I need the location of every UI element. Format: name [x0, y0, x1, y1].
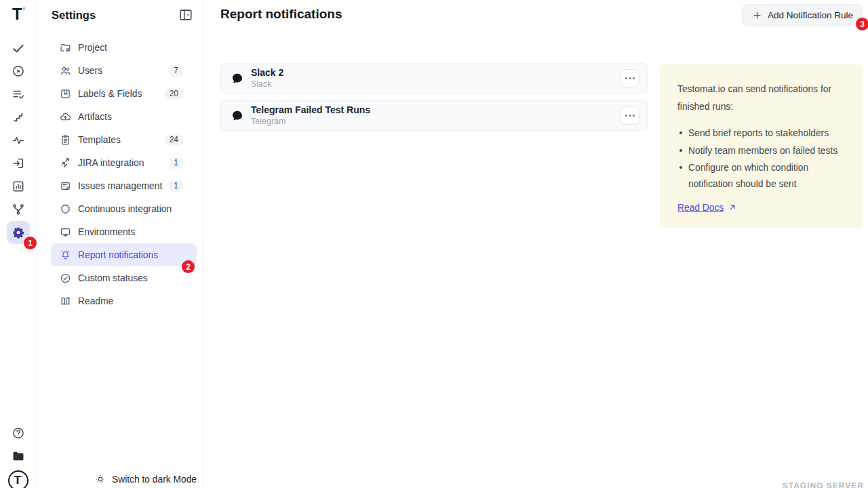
folder-icon[interactable]	[7, 445, 30, 468]
sidebar-item-jira-integration[interactable]: JIRA integration 1	[51, 151, 197, 174]
dark-mode-label: Switch to dark Mode	[112, 474, 197, 485]
monitor-icon	[60, 226, 71, 238]
page-title: Report notifications	[220, 7, 342, 22]
bell-icon	[60, 249, 71, 261]
sidebar-item-label: Issues management	[78, 181, 162, 191]
app-window: T'	[0, 0, 868, 488]
account-logo-button[interactable]: T'	[8, 470, 28, 488]
app-logo: T'	[0, 4, 37, 24]
sun-icon	[95, 474, 106, 485]
sidebar-item-label: JIRA integration	[78, 158, 144, 168]
steps-icon[interactable]	[7, 106, 30, 129]
check-circle-icon	[60, 272, 71, 284]
sidebar-item-label: Report notifications	[78, 250, 158, 260]
sidebar-item-label: Project	[78, 43, 107, 53]
rule-row-telegram[interactable]: Telegram Failed Test Runs Telegram	[220, 100, 648, 131]
info-bullet: Configure on which condition notificatio…	[688, 160, 846, 192]
users-icon	[60, 65, 71, 77]
sidebar-item-labels-fields[interactable]: Labels & Fields 20	[51, 82, 197, 105]
sidebar-item-readme[interactable]: Readme	[51, 289, 197, 312]
settings-menu: Project Users 7 Labels & Fields 20 Artif…	[51, 36, 197, 312]
count-badge: 1	[169, 157, 183, 169]
sidebar-item-label: Environments	[78, 227, 135, 237]
play-circle-icon[interactable]	[7, 60, 30, 83]
logo-tick: '	[23, 5, 25, 16]
count-badge: 1	[169, 180, 183, 192]
sidebar-item-project[interactable]: Project	[51, 36, 197, 59]
notification-rules-list: Slack 2 Slack Telegram Failed Test Runs …	[220, 63, 648, 131]
rule-title: Telegram Failed Test Runs	[251, 104, 370, 116]
staging-watermark: STAGING SERVER	[783, 482, 864, 488]
sidebar-title: Settings	[52, 9, 96, 22]
sidebar-item-environments[interactable]: Environments	[51, 220, 197, 243]
count-badge: 7	[169, 65, 183, 77]
cloud-upload-icon	[60, 111, 71, 123]
chat-bubble-icon	[231, 72, 244, 85]
import-icon[interactable]	[7, 152, 30, 175]
settings-sidebar: Settings Project Users 7 Labels & Fields…	[37, 0, 203, 488]
sidebar-item-label: Artifacts	[78, 112, 112, 122]
clipboard-icon	[60, 134, 71, 146]
sidebar-item-users[interactable]: Users 7	[51, 59, 197, 82]
read-docs-link[interactable]: Read Docs	[677, 203, 737, 213]
add-notification-rule-button[interactable]: Add Notification Rule	[742, 4, 863, 26]
sidebar-item-label: Custom statuses	[78, 273, 148, 283]
count-badge: 20	[165, 88, 183, 100]
dark-mode-toggle[interactable]: Switch to dark Mode	[95, 474, 197, 485]
sidebar-item-label: Readme	[78, 296, 113, 306]
rule-subtitle: Slack	[251, 79, 283, 89]
jira-icon	[60, 157, 71, 169]
more-options-button[interactable]	[620, 69, 640, 87]
sidebar-item-label: Users	[78, 66, 102, 76]
info-intro-text: Testomat.io can send notifications for f…	[677, 81, 846, 116]
sidebar-item-issues-management[interactable]: Issues management 1	[51, 174, 197, 197]
chat-bubble-icon	[231, 109, 244, 123]
count-badge: 24	[165, 134, 183, 146]
book-icon	[60, 296, 71, 307]
annotation-step-3: 3	[856, 18, 868, 30]
list-check-icon[interactable]	[7, 83, 30, 106]
info-bullet: Notify team members on failed tests	[688, 143, 846, 159]
bar-chart-icon[interactable]	[7, 175, 30, 198]
sidebar-item-label: Labels & Fields	[78, 89, 142, 99]
sidebar-item-templates[interactable]: Templates 24	[51, 128, 197, 151]
seal-icon	[60, 203, 71, 215]
activity-icon[interactable]	[7, 129, 30, 152]
plus-icon	[752, 10, 762, 20]
check-icon[interactable]	[7, 37, 30, 60]
rule-title: Slack 2	[251, 66, 283, 79]
folder-gear-icon	[60, 42, 71, 54]
sidebar-item-artifacts[interactable]: Artifacts	[51, 105, 197, 128]
more-options-button[interactable]	[620, 106, 640, 125]
sidebar-item-continuous-integration[interactable]: Continuous integration	[51, 197, 197, 220]
bookmark-icon	[60, 88, 71, 100]
sidebar-item-report-notifications[interactable]: Report notifications	[51, 243, 197, 266]
sidebar-item-custom-statuses[interactable]: Custom statuses	[51, 266, 197, 289]
branch-icon[interactable]	[7, 198, 30, 221]
rule-row-slack[interactable]: Slack 2 Slack	[220, 63, 648, 94]
rule-subtitle: Telegram	[251, 116, 370, 127]
annotation-step-1: 1	[24, 237, 37, 249]
help-icon[interactable]	[7, 422, 30, 445]
logo-tick: '	[21, 474, 22, 481]
collapse-sidebar-icon[interactable]	[178, 7, 193, 22]
sidebar-item-label: Continuous integration	[78, 204, 172, 214]
info-bullet: Send brief reports to stakeholders	[688, 125, 846, 142]
info-bullet-list: Send brief reports to stakeholders Notif…	[688, 125, 846, 192]
notifications-info-panel: Testomat.io can send notifications for f…	[660, 64, 863, 228]
external-link-icon	[728, 203, 737, 212]
annotation-step-2: 2	[182, 260, 195, 273]
main-content: Report notifications Add Notification Ru…	[203, 0, 868, 488]
issue-card-icon	[60, 180, 71, 192]
sidebar-item-label: Templates	[78, 135, 121, 145]
